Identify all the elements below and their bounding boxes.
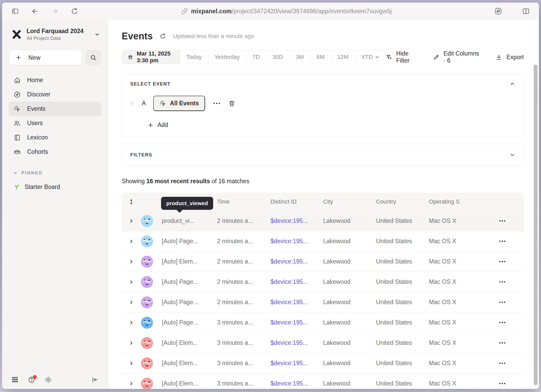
column-city[interactable]: City: [319, 198, 372, 205]
row-actions-icon[interactable]: [481, 220, 524, 222]
distinct-id-link[interactable]: $device:195...: [267, 258, 319, 265]
browser-reload-icon[interactable]: [69, 6, 80, 16]
row-actions-icon[interactable]: [481, 241, 524, 242]
browser-forward-icon[interactable]: [49, 6, 60, 16]
expand-row-icon[interactable]: [122, 259, 141, 264]
address-bar[interactable]: mixpanel.com/project/3472420/view/397469…: [80, 8, 493, 15]
sidebar: Lord Farquaad 2024 All Project Data New: [2, 20, 108, 389]
table-row[interactable]: [Auto] Page... 2 minutes a... $device:19…: [122, 292, 524, 313]
range-6m[interactable]: 6M: [310, 50, 331, 64]
expand-row-icon[interactable]: [122, 320, 141, 325]
edit-columns-button[interactable]: Edit Columns · 6: [433, 50, 482, 64]
column-time[interactable]: Time: [213, 198, 267, 205]
sidebar-item-starter-board[interactable]: Starter Board: [13, 183, 108, 191]
row-actions-icon[interactable]: [481, 322, 524, 323]
event-name[interactable]: [Auto] Elem...: [158, 380, 213, 387]
table-row[interactable]: [Auto] Elem... 3 minutes a... $device:19…: [122, 373, 524, 389]
add-event-button[interactable]: Add: [147, 121, 168, 128]
event-name[interactable]: [Auto] Elem...: [158, 360, 213, 367]
row-actions-icon[interactable]: [481, 342, 524, 344]
distinct-id-link[interactable]: $device:195...: [267, 339, 319, 346]
expand-row-icon[interactable]: [122, 239, 141, 244]
column-operating-system[interactable]: Operating S: [425, 198, 481, 205]
split-view-icon[interactable]: [520, 6, 532, 16]
row-actions-icon[interactable]: [481, 281, 524, 283]
row-actions-icon[interactable]: [481, 383, 524, 384]
distinct-id-link[interactable]: $device:195...: [267, 217, 319, 224]
event-name[interactable]: [Auto] Page...: [158, 319, 213, 326]
expand-row-icon[interactable]: [122, 300, 141, 305]
vertical-scrollbar[interactable]: [534, 65, 538, 385]
table-row[interactable]: [Auto] Page... 3 minutes a... $device:19…: [122, 313, 524, 333]
new-button[interactable]: New: [9, 50, 82, 65]
row-actions-icon[interactable]: [481, 363, 524, 364]
event-name[interactable]: [Auto] Page...: [158, 299, 213, 306]
chevron-down-icon: [375, 55, 379, 59]
event-name[interactable]: [Auto] Page...: [158, 238, 213, 245]
collapse-sidebar-icon[interactable]: [91, 376, 99, 383]
event-name[interactable]: [Auto] Page...: [158, 278, 213, 285]
search-button[interactable]: [85, 50, 101, 65]
event-os: Mac OS X: [425, 339, 481, 346]
expand-row-icon[interactable]: [122, 341, 141, 345]
column-country[interactable]: Country: [372, 198, 425, 205]
date-picker[interactable]: Mar 11, 2025 3:30 pm: [122, 50, 180, 64]
expand-row-icon[interactable]: [122, 219, 141, 223]
help-icon[interactable]: [28, 376, 35, 383]
url-text: mixpanel.com/project/3472420/view/397469…: [191, 8, 392, 15]
range-xtd[interactable]: XTD: [355, 50, 386, 64]
sidebar-item-discover[interactable]: Discover: [9, 87, 101, 102]
distinct-id-link[interactable]: $device:195...: [267, 380, 319, 387]
link-icon: [181, 8, 188, 15]
range-today[interactable]: Today: [180, 50, 208, 64]
export-button[interactable]: Export: [495, 54, 524, 61]
pinned-section-header[interactable]: PINNED: [13, 170, 108, 176]
distinct-id-link[interactable]: $device:195...: [267, 238, 319, 245]
browser-sidebar-toggle-icon[interactable]: [9, 6, 21, 16]
collapse-panel-icon[interactable]: [509, 81, 515, 87]
table-row[interactable]: [Auto] Elem... 3 minutes a... $device:19…: [122, 353, 524, 373]
browser-window: mixpanel.com/project/3472420/view/397469…: [2, 3, 539, 389]
sidebar-item-home[interactable]: Home: [9, 73, 101, 87]
range-3m[interactable]: 3M: [290, 50, 310, 64]
workspace-switcher[interactable]: Lord Farquaad 2024 All Project Data: [2, 28, 108, 41]
table-row[interactable]: [Auto] Elem... 3 minutes a... $device:19…: [122, 333, 524, 353]
sidebar-item-cohorts[interactable]: Cohorts: [9, 145, 101, 159]
range-yesterday[interactable]: Yesterday: [208, 50, 246, 64]
table-row[interactable]: product_vi... 2 minutes a... $device:195…: [122, 211, 524, 231]
expand-row-icon[interactable]: [122, 361, 141, 366]
row-actions-icon[interactable]: [481, 302, 524, 303]
delete-event-icon[interactable]: [228, 100, 235, 107]
sidebar-item-users[interactable]: Users: [9, 116, 101, 130]
event-options-icon[interactable]: [212, 101, 222, 106]
event-name[interactable]: [Auto] Elem...: [158, 339, 213, 346]
range-12m[interactable]: 12M: [331, 50, 355, 64]
sidebar-item-lexicon[interactable]: Lexicon: [9, 130, 101, 145]
expand-row-icon[interactable]: [122, 280, 141, 284]
column-distinct-id[interactable]: Distinct ID: [267, 198, 319, 205]
row-actions-icon[interactable]: [481, 261, 524, 262]
distinct-id-link[interactable]: $device:195...: [267, 360, 319, 367]
collapse-rows-icon[interactable]: [122, 198, 141, 205]
expand-panel-icon[interactable]: [509, 152, 515, 158]
distinct-id-link[interactable]: $device:195...: [267, 278, 319, 285]
table-row[interactable]: [Auto] Elem... 2 minutes a... $device:19…: [122, 252, 524, 272]
range-7d[interactable]: 7D: [246, 50, 266, 64]
event-name[interactable]: product_vi...: [158, 217, 213, 224]
apps-grid-icon[interactable]: [11, 376, 19, 383]
distinct-id-link[interactable]: $device:195...: [267, 299, 319, 306]
browser-back-icon[interactable]: [29, 6, 41, 16]
expand-row-icon[interactable]: [122, 381, 141, 386]
range-30d[interactable]: 30D: [266, 50, 290, 64]
table-row[interactable]: [Auto] Page... 2 minutes a... $device:19…: [122, 231, 524, 252]
event-name[interactable]: [Auto] Elem...: [158, 258, 213, 265]
drag-handle-icon[interactable]: [130, 100, 134, 107]
distinct-id-link[interactable]: $device:195...: [267, 319, 319, 326]
page-settings-icon[interactable]: [493, 6, 504, 16]
table-row[interactable]: [Auto] Page... 2 minutes a... $device:19…: [122, 272, 524, 292]
sidebar-item-events[interactable]: Events: [9, 102, 101, 116]
refresh-icon[interactable]: [159, 33, 166, 40]
settings-gear-icon[interactable]: [45, 376, 52, 383]
hide-filter-button[interactable]: Hide Filter: [386, 50, 420, 64]
event-selector-chip[interactable]: All Events: [153, 96, 205, 111]
